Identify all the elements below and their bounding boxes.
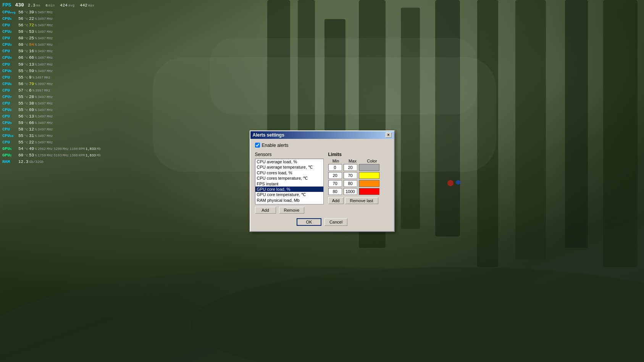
limit-max-1[interactable] [344, 172, 357, 179]
sensors-column: Sensors CPU average load, %CPU average t… [255, 152, 324, 214]
add-sensor-button[interactable]: Add [255, 207, 276, 214]
sensor-item-0[interactable]: CPU average load, % [255, 159, 323, 164]
enable-alerts-checkbox[interactable] [255, 143, 260, 148]
sensor-item-3[interactable]: CPU cores temperature, ℃ [255, 175, 323, 181]
sensor-buttons: Add Remove [255, 207, 324, 214]
add-limit-button[interactable]: Add [328, 197, 344, 204]
limits-column: Limits Min Max Color Add [328, 152, 389, 214]
limit-color-2[interactable] [359, 180, 379, 187]
color-header: Color [362, 159, 383, 163]
remove-sensor-button[interactable]: Remove [279, 207, 305, 214]
sensor-item-6[interactable]: GPU core temperature, ℃ [255, 192, 323, 198]
sensor-item-1[interactable]: CPU average temperature, ℃ [255, 164, 323, 170]
limit-max-3[interactable] [344, 188, 357, 195]
limit-min-2[interactable] [328, 180, 342, 187]
sensors-label: Sensors [255, 152, 324, 157]
dialog-columns: Sensors CPU average load, %CPU average t… [255, 152, 389, 214]
remove-last-button[interactable]: Remove last [345, 197, 378, 204]
sensor-item-2[interactable]: CPU cores load, % [255, 170, 323, 175]
limits-header: Min Max Color [328, 159, 389, 163]
limit-row-0 [328, 164, 389, 171]
limits-label: Limits [328, 152, 389, 157]
dialog-body: Enable alerts Sensors CPU average load, … [250, 139, 394, 231]
enable-alerts-row: Enable alerts [255, 143, 389, 148]
limits-rows [328, 164, 389, 195]
limit-max-2[interactable] [344, 180, 357, 187]
limit-color-0[interactable] [359, 164, 379, 171]
sensor-item-5[interactable]: GPU core load, % [255, 187, 323, 192]
dialog-overlay: Alerts settings × Enable alerts Sensors … [0, 0, 644, 362]
alerts-dialog: Alerts settings × Enable alerts Sensors … [250, 130, 395, 232]
max-header: Max [345, 159, 360, 163]
dialog-title: Alerts settings [253, 132, 284, 138]
enable-alerts-label: Enable alerts [262, 143, 289, 148]
limit-min-3[interactable] [328, 188, 342, 195]
limit-min-0[interactable] [328, 164, 342, 171]
limit-max-0[interactable] [344, 164, 357, 171]
limit-color-1[interactable] [359, 172, 379, 179]
limit-min-1[interactable] [328, 172, 342, 179]
ok-button[interactable]: OK [297, 218, 321, 226]
dialog-titlebar: Alerts settings × [250, 131, 394, 139]
sensor-item-4[interactable]: FPS instant [255, 181, 323, 187]
dialog-footer: OK Cancel [255, 218, 389, 227]
cancel-button[interactable]: Cancel [324, 218, 347, 226]
limit-row-3 [328, 188, 389, 195]
limit-row-1 [328, 172, 389, 179]
limit-buttons: Add Remove last [328, 197, 389, 204]
limit-color-3[interactable] [359, 188, 379, 195]
dialog-close-button[interactable]: × [386, 132, 392, 138]
min-header: Min [328, 159, 344, 163]
limit-row-2 [328, 180, 389, 187]
sensors-list[interactable]: CPU average load, %CPU average temperatu… [255, 159, 324, 204]
sensor-item-7[interactable]: RAM physical load, Mb [255, 198, 323, 203]
